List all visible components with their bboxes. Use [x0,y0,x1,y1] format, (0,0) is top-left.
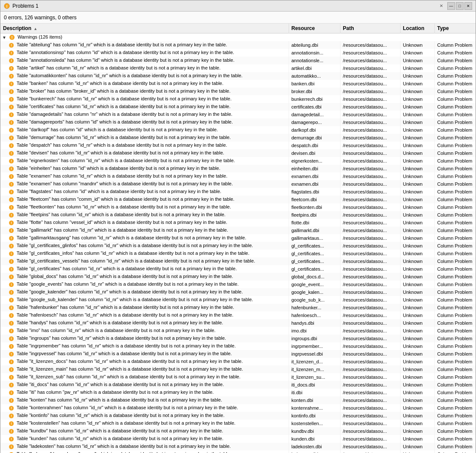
cell-location: Unknown [400,203,434,211]
sort-indicator-desc: ▲ [33,27,37,31]
table-row[interactable]: ! Table "bunkerrech" has column "id_nr" … [0,95,476,103]
table-row[interactable]: ! Table "devisen" has column "id_nr" whi… [0,149,476,157]
warnings-group-row[interactable]: ▼ ! Warnings (126 items) [0,33,476,41]
cell-resource: darlkopf.dbi [289,126,340,134]
table-row[interactable]: ! Table "hafenloesch" has column "id_nr"… [0,311,476,319]
table-row[interactable]: ! Table "handys" has column "id_nr" whic… [0,319,476,327]
table-row[interactable]: ! Table "google_sub_kalender" has column… [0,296,476,304]
warning-icon: ! [9,421,14,426]
table-row[interactable]: ! Table "einheiten" has column "id" whic… [0,165,476,172]
col-header-resource[interactable]: Resource [289,24,340,33]
warning-icon: ! [9,329,14,333]
table-row[interactable]: ! Table "automatikkonten" has column "id… [0,72,476,80]
table-row[interactable]: ! Table "exnamen" has column "mandnr" wh… [0,180,476,188]
cell-resource: despatch.dbi [289,142,340,149]
warning-icon: ! [9,367,14,372]
col-header-location[interactable]: Location [400,24,434,33]
cell-path: /resources/datasou... [340,342,400,350]
cell-path: /resources/datasou... [340,250,400,257]
table-row[interactable]: ! Table "gl_certificates_vessels" has co… [0,257,476,265]
cell-resource: flagstates.dbi [289,188,340,196]
table-row[interactable]: ! Table "konten" has column "id_nr" whic… [0,396,476,404]
table-row[interactable]: ! Table "google_kalender" has column "id… [0,288,476,296]
cell-resource: gl_certificates... [289,250,340,257]
table-row[interactable]: ! Table "hafenbunker" has column "id_nr"… [0,304,476,311]
table-row[interactable]: ! Table "exnamen" has column "id_nr" whi… [0,172,476,180]
table-row[interactable]: ! Table "ingrpvessel" has column "id_nr"… [0,350,476,358]
cell-type: Column Problem [434,396,476,404]
table-row[interactable]: ! Table "eignerkosten" has column "id_nr… [0,157,476,165]
col-header-path[interactable]: Path [340,24,400,33]
table-row[interactable]: ! Table "kundbv" has column "id_nr" whic… [0,427,476,435]
cell-description: ! Table "fleetpins" has column "id_nr" w… [0,211,289,219]
col-resize-path[interactable] [398,24,400,33]
col-header-type[interactable]: Type [434,24,476,33]
table-row[interactable]: ! Table "ladekosten" has column "id_nr" … [0,443,476,450]
cell-type: Column Problem [434,450,476,453]
cell-location: Unknown [400,103,434,111]
table-row[interactable]: ! Table "gl_certificates_infos" has colu… [0,250,476,257]
table-row[interactable]: ! Table "ingrpmember" has column "id_nr"… [0,342,476,350]
cell-type: Column Problem [434,157,476,165]
table-row[interactable]: ! Table "iti_docs" has column "id_nr" wh… [0,381,476,389]
col-resize-location[interactable] [433,24,434,33]
minimize-button[interactable]: — [447,2,455,10]
cell-type: Column Problem [434,311,476,319]
table-row[interactable]: ! Table "kontenrahmen" has column "id_nr… [0,404,476,412]
table-row[interactable]: ! Table "abteilung" has column "id_nr" w… [0,41,476,49]
warning-icon: ! [9,151,14,156]
table-row[interactable]: ! Table "kunden" has column "id_nr" whic… [0,435,476,443]
table-row[interactable]: ! Table "despatch" has column "id_nr" wh… [0,142,476,149]
maximize-button[interactable]: □ [456,2,464,10]
cell-description: ! Table "handys" has column "id_nr" whic… [0,319,289,327]
cell-location: Unknown [400,288,434,296]
table-row[interactable]: ! Table "gl_certificates_glinfos" has co… [0,242,476,250]
warning-icon: ! [9,43,14,48]
table-row[interactable]: ! Table "it_lizenzen_sub" has column "id… [0,373,476,381]
cell-resource: eignerkosten... [289,157,340,165]
cell-description: ! Table "abteilung" has column "id_nr" w… [0,41,289,49]
problems-table-container[interactable]: Description ▲ Resource Path Location [0,24,476,453]
table-row[interactable]: ! Table "kontinfo" has column "id_nr" wh… [0,412,476,420]
table-row[interactable]: ! Table "fleetpins" has column "id_nr" w… [0,211,476,219]
col-resize-resource[interactable] [338,24,340,33]
cell-type: Column Problem [434,180,476,188]
warning-icon: ! [9,236,14,241]
table-row[interactable]: ! Table "darlkopf" has column "id" which… [0,126,476,134]
col-resize-description[interactable] [287,24,289,33]
cell-path: /resources/datasou... [340,304,400,311]
tab-close-button[interactable]: ✕ [438,3,445,9]
table-row[interactable]: ! Table "leda_cap" has column "cap_nr" w… [0,450,476,453]
table-row[interactable]: ! Table "gallimarkt" has column "id_nr" … [0,226,476,234]
table-row[interactable]: ! Table "iti" has column "pw_nr" which i… [0,389,476,396]
table-row[interactable]: ! Table "broker" has column "broker_id" … [0,88,476,95]
cell-description: ! Table "exnamen" has column "mandnr" wh… [0,180,289,188]
table-row[interactable]: ! Table "flotte" has column "vessel_id" … [0,219,476,226]
table-row[interactable]: ! Table "flagstates" has column "id" whi… [0,188,476,196]
table-row[interactable]: ! Table "it_lizenzen_docs" has column "i… [0,358,476,365]
table-row[interactable]: ! Table "artikel" has column "id_nr" whi… [0,64,476,72]
cell-path: /resources/datasou... [340,335,400,342]
warning-icon: ! [9,105,14,109]
table-row[interactable]: ! Table "gallimarktausgang" has column "… [0,234,476,242]
table-row[interactable]: ! Table "damagereports" has column "id" … [0,118,476,126]
table-row[interactable]: ! Table "google_events" has column "id_n… [0,281,476,288]
table-row[interactable]: ! Table "banken" has column "id_nr" whic… [0,80,476,88]
table-row[interactable]: ! Table "demurrage" has column "id_nr" w… [0,134,476,142]
close-button[interactable]: ✕ [464,2,472,10]
cell-type: Column Problem [434,412,476,420]
table-row[interactable]: ! Table "certificates" has column "id_nr… [0,103,476,111]
col-header-description[interactable]: Description ▲ [0,24,289,33]
table-row[interactable]: ! Table "annotationsinsp" has column "id… [0,49,476,57]
table-row[interactable]: ! Table "kostenstellen" has column "id_n… [0,420,476,427]
table-row[interactable]: ! Table "annotationsleda" has column "id… [0,57,476,64]
table-row[interactable]: ! Table "ingroups" has column "id_nr" wh… [0,335,476,342]
table-row[interactable]: ! Table "fleetcom" has column "comm_id" … [0,196,476,203]
table-row[interactable]: ! Table "global_docs" has column "id_nr"… [0,273,476,281]
table-row[interactable]: ! Table "fleetkonten" has column "id_nr"… [0,203,476,211]
table-row[interactable]: ! Table "it_lizenzen_main" has column "i… [0,365,476,373]
table-row[interactable]: ! Table "imo" has column "id_nr" which i… [0,327,476,335]
cell-type: Column Problem [434,389,476,396]
table-row[interactable]: ! Table "damagedetails" has column "nr" … [0,111,476,118]
table-row[interactable]: ! Table "gl_certificates" has column "id… [0,265,476,273]
